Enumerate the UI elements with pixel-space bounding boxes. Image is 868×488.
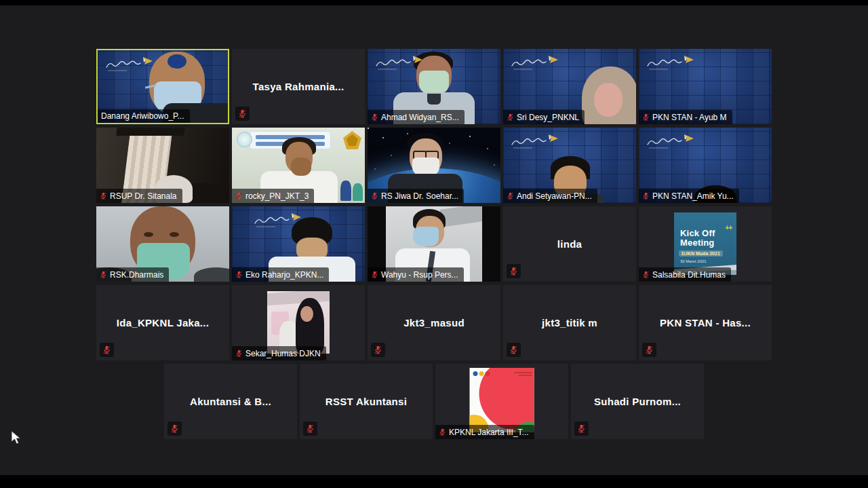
participant-tile-andi[interactable]: Andi Setyawan-PN... — [503, 128, 636, 203]
poster-red-circle — [479, 368, 534, 430]
participant-name: Ahmad Widyan_RS... — [381, 113, 459, 121]
participant-tile-amik[interactable]: PKN STAN_Amik Yu... — [639, 128, 772, 203]
kemenkeu-satu-logo — [646, 134, 696, 150]
participant-tile-ayub[interactable]: PKN STAN - Ayub M — [639, 49, 772, 124]
muted-mic-icon — [235, 349, 243, 358]
participant-tile-sridesy[interactable]: Sri Desy_PNKNL — [503, 49, 636, 124]
participant-name: PKN STAN - Ayub M — [652, 113, 727, 121]
participant-name: KPKNL Jakarta III_T... — [449, 428, 529, 436]
participant-gallery: Danang Ariwibowo_P... Tasya Rahmania... … — [0, 49, 868, 439]
kemenkeu-satu-logo — [105, 56, 155, 73]
mascot-art — [353, 183, 363, 201]
participant-name: Salsabila Dit.Humas — [652, 271, 726, 279]
curtain-rod — [116, 128, 184, 136]
mascot-art — [340, 181, 351, 201]
kickoff-date: 30 Maret 2021 — [680, 259, 707, 263]
muted-mic-icon — [235, 270, 243, 279]
participant-name: RS Jiwa Dr. Soehar... — [381, 192, 458, 200]
participant-tile-sekar[interactable]: Sekar_Humas DJKN — [232, 285, 365, 360]
photo-face — [300, 306, 313, 322]
participant-name: RSUP Dr. Sitanala — [110, 192, 177, 200]
participant-name: jkt3_titik m — [503, 285, 636, 360]
participant-name: Andi Setyawan-PN... — [517, 192, 592, 200]
participant-tile-rocky[interactable]: rocky_PN_JKT_3 — [232, 128, 365, 203]
profile-photo-avatar — [267, 291, 330, 354]
participant-tile-eko[interactable]: Eko Raharjo_KPKN... — [232, 206, 365, 282]
muted-mic-icon — [100, 191, 107, 200]
participant-name: Wahyu - Rsup Pers... — [381, 271, 458, 279]
name-label: PKN STAN_Amik Yu... — [639, 189, 739, 203]
kickoff-title-line2: Meeting — [680, 238, 715, 248]
poster-logo — [473, 371, 478, 376]
participant-tile-suhadi[interactable]: Suhadi Purnom... — [571, 364, 704, 439]
participant-name: rocky_PN_JKT_3 — [245, 192, 309, 200]
participant-tile-salsabila[interactable]: Kick Off Meeting ++ DJKN Muda 2021 30 Ma… — [639, 206, 772, 282]
participant-tile-ida[interactable]: Ida_KPKNL Jaka... — [96, 285, 229, 360]
kickoff-meeting-avatar: Kick Off Meeting ++ DJKN Muda 2021 30 Ma… — [674, 212, 736, 275]
participant-tile-linda[interactable]: linda — [503, 206, 636, 282]
participant-tile-akuntansi[interactable]: Akuntansi & B... — [164, 364, 297, 439]
kemenkeu-satu-logo — [646, 55, 696, 71]
muted-mic-icon — [642, 343, 656, 357]
kickoff-banner: DJKN Muda 2021 — [679, 250, 723, 257]
participant-tile-ahmad[interactable]: Ahmad Widyan_RS... — [368, 49, 500, 124]
muted-mic-icon — [371, 113, 378, 121]
kemenkeu-satu-logo — [511, 134, 561, 150]
photo-person — [296, 298, 324, 354]
participant-tile-rsjiwa[interactable]: RS Jiwa Dr. Soehar... — [368, 128, 500, 203]
participant-tile-wahyu[interactable]: Wahyu - Rsup Pers... — [368, 206, 500, 282]
name-label: RSUP Dr. Sitanala — [96, 189, 182, 203]
person-shoulder — [194, 267, 229, 282]
participant-name: Ida_KPKNL Jaka... — [96, 285, 229, 360]
participant-name: Sri Desy_PNKNL — [517, 113, 579, 121]
muted-mic-icon — [303, 421, 317, 436]
muted-mic-icon — [642, 270, 650, 279]
participant-tile-dharmais[interactable]: RSK.Dharmais — [96, 206, 229, 282]
name-label: Danang Ariwibowo_P... — [98, 109, 190, 123]
person-face — [594, 83, 623, 117]
photo-ceiling — [267, 291, 330, 305]
participant-tile-danang[interactable]: Danang Ariwibowo_P... — [96, 49, 229, 124]
participant-name: Sekar_Humas DJKN — [245, 350, 321, 358]
participant-name: Tasya Rahmania... — [232, 49, 365, 124]
name-label: Salsabila Dit.Humas — [639, 267, 731, 282]
shirt-collar — [427, 94, 441, 105]
participant-tile-masud[interactable]: Jkt3_masud — [368, 285, 500, 360]
participant-name: PKN STAN - Has... — [639, 285, 772, 360]
name-label: Andi Setyawan-PN... — [503, 189, 597, 203]
name-label: Wahyu - Rsup Pers... — [368, 267, 464, 282]
muted-mic-icon — [235, 191, 243, 200]
muted-mic-icon — [100, 343, 114, 357]
poster-logo — [479, 371, 484, 376]
muted-mic-icon — [235, 107, 250, 121]
poster-logo — [486, 371, 490, 376]
muted-mic-icon — [507, 343, 521, 357]
name-label: RSK.Dharmais — [96, 267, 169, 282]
participant-tile-tasya[interactable]: Tasya Rahmania... — [232, 49, 365, 124]
plus-decoration: ++ — [725, 224, 732, 231]
participant-name: Eko Raharjo_KPKN... — [245, 271, 323, 279]
muted-mic-icon — [167, 421, 182, 436]
name-label: Sri Desy_PNKNL — [503, 110, 585, 124]
round-logo — [237, 132, 252, 147]
participant-name: Akuntansi & B... — [164, 364, 297, 439]
name-label: KPKNL Jakarta III_T... — [435, 425, 534, 439]
name-label: Ahmad Widyan_RS... — [368, 110, 465, 124]
kemenkeu-satu-logo — [254, 212, 304, 229]
participant-name: linda — [503, 206, 636, 282]
kemenkeu-satu-logo — [511, 55, 561, 71]
participant-tile-titik[interactable]: jkt3_titik m — [503, 285, 636, 360]
participant-name: RSK.Dharmais — [110, 271, 163, 279]
participant-name: Suhadi Purnom... — [571, 364, 704, 439]
gallery-row-5: Akuntansi & B... RSST Akuntansi — [164, 364, 704, 439]
poster-avatar — [470, 368, 534, 432]
participant-tile-sitanala[interactable]: RSUP Dr. Sitanala — [96, 128, 229, 203]
kemenkeu-pentagon-logo — [343, 131, 361, 149]
gallery-row-4: Ida_KPKNL Jaka... Sekar_Humas DJKN Jkt3_… — [96, 285, 772, 360]
video-artifact — [167, 54, 186, 69]
participant-tile-rsst[interactable]: RSST Akuntansi — [300, 364, 433, 439]
participant-tile-kpknl3[interactable]: KPKNL Jakarta III_T... — [435, 364, 568, 439]
gallery-row-1: Danang Ariwibowo_P... Tasya Rahmania... … — [96, 49, 772, 124]
participant-tile-has[interactable]: PKN STAN - Has... — [639, 285, 772, 360]
person-eye — [170, 232, 179, 237]
